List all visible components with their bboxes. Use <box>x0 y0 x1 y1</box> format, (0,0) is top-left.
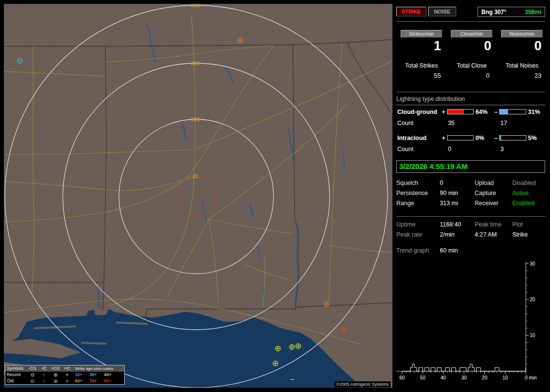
plus-sign: + <box>440 135 447 141</box>
cloud-ground-count-row: Count 35 17 <box>396 120 545 127</box>
svg-text:60: 60 <box>399 375 405 380</box>
copyright: ©2005 Astrogenic Systems <box>334 381 391 387</box>
cg-negative-pct: 31% <box>526 109 546 115</box>
noises-per-min-value: 0 <box>534 39 541 54</box>
noise-button[interactable]: NOISE <box>428 7 456 16</box>
bearing-value: Bng 307° <box>481 9 506 15</box>
legend-old-label: Old <box>5 378 27 384</box>
close-per-min-header: Close/min <box>451 30 492 38</box>
range-value: 313 mi <box>440 200 475 207</box>
strike-marker-circle-plus <box>296 344 301 349</box>
plus-sign: + <box>440 109 447 115</box>
total-labels: Total Strikes Total Close Total Noises <box>396 62 545 69</box>
divider <box>396 21 545 22</box>
legend-age-header: Strike age color codes <box>73 365 124 372</box>
stats-grid: Uptime 1168:40 Peak time Plot Peak rate … <box>396 221 545 238</box>
circle-plus-icon: ⊕ <box>50 372 61 378</box>
age-15: 15+ <box>73 372 87 378</box>
peak-time-value: 4:27 AM <box>475 231 512 238</box>
strike-marker-circle-plus <box>342 328 347 333</box>
total-strikes-label: Total Strikes <box>396 62 447 69</box>
minus-icon: − <box>38 378 50 384</box>
receiver-label: Receiver <box>475 200 512 207</box>
legend-type-pos-cg: +CG <box>50 365 61 372</box>
squelch-value: 0 <box>440 180 475 186</box>
svg-text:10: 10 <box>503 375 508 380</box>
count-label: Count <box>396 120 440 127</box>
svg-text:10: 10 <box>530 333 536 338</box>
rate-values: 1 0 0 <box>396 39 545 54</box>
status-panel: STRIKE NOISE Bng 307° 358mi Strikes/min … <box>395 0 546 392</box>
svg-text:20: 20 <box>482 375 488 380</box>
minus-sign: – <box>492 109 499 115</box>
persistence-label: Persistence <box>396 190 440 196</box>
age-30: 30+ <box>87 372 102 378</box>
svg-text:50: 50 <box>420 375 426 380</box>
uptime-value: 1168:40 <box>440 221 475 228</box>
bearing-box: Bng 307° 358mi <box>478 7 545 17</box>
settings-grid: Squelch 0 Upload Disabled Persistence 90… <box>396 180 545 207</box>
receiver-status: Enabled <box>512 200 545 207</box>
bearing-range: 358mi <box>525 9 541 15</box>
ic-positive-bar <box>447 135 474 140</box>
ic-positive-count: 0 <box>447 146 493 153</box>
map-legend: Symbols -CG -IC +CG +IC Strike age color… <box>5 365 125 385</box>
age-60: 60+ <box>73 378 87 384</box>
cg-negative-count: 17 <box>499 120 545 127</box>
ring-label-31: 31 <box>192 173 198 179</box>
divider <box>396 216 545 217</box>
svg-text:40: 40 <box>441 375 447 380</box>
ic-positive-pct: 0% <box>474 135 493 141</box>
total-close-value: 0 <box>486 72 489 79</box>
cg-positive-count: 35 <box>447 120 493 127</box>
trend-graph: 1020306050403020100 min <box>395 258 546 389</box>
trend-graph-label: Trend graph <box>396 247 440 254</box>
svg-text:30: 30 <box>461 375 467 380</box>
legend-old-row: Old ⊖ − ⊕ + 60+ 75+ 90+ <box>5 378 124 384</box>
rate-headers: Strikes/min Close/min Noises/min <box>396 30 545 38</box>
legend-header: Symbols -CG -IC +CG +IC Strike age color… <box>5 365 124 372</box>
range-label: Range <box>396 200 440 207</box>
legend-recent-label: Recent <box>5 372 27 378</box>
cloud-ground-row: Cloud-ground + 64% – 31% <box>396 108 545 115</box>
trend-line <box>402 364 526 371</box>
peak-time-label: Peak time <box>475 221 512 228</box>
plot-value: Strike <box>512 231 545 238</box>
cg-positive-bar <box>447 109 474 114</box>
minus-icon: − <box>38 372 50 378</box>
count-label: Count <box>396 146 440 153</box>
plus-icon: + <box>61 372 73 378</box>
upload-status: Disabled <box>512 180 545 186</box>
strikes-per-min-value: 1 <box>434 39 441 54</box>
plus-icon: + <box>61 378 73 384</box>
total-noises-label: Total Noises <box>497 62 547 69</box>
circle-minus-icon: ⊖ <box>27 378 38 384</box>
plot-label: Plot <box>512 221 545 228</box>
ic-negative-count: 3 <box>499 146 545 153</box>
ic-negative-pct: 5% <box>526 135 546 141</box>
minus-sign: – <box>492 135 499 141</box>
capture-label: Capture <box>475 190 512 196</box>
peak-rate-label: Peak rate <box>396 231 440 238</box>
ic-negative-bar <box>499 135 526 140</box>
total-noises-value: 23 <box>535 72 541 79</box>
strike-button[interactable]: STRIKE <box>396 7 426 16</box>
distribution-title: Lightning type distribution <box>396 96 545 105</box>
svg-text:0 min: 0 min <box>525 375 536 380</box>
legend-type-pos-ic: +IC <box>61 365 73 372</box>
divider <box>396 92 545 92</box>
intracloud-row: Intracloud + 0% – 5% <box>396 134 545 141</box>
total-close-label: Total Close <box>447 62 497 69</box>
uptime-label: Uptime <box>396 221 440 228</box>
cg-positive-pct: 64% <box>474 109 493 115</box>
strike-marker-circle-plus <box>289 345 294 350</box>
squelch-label: Squelch <box>396 180 440 186</box>
intracloud-label: Intracloud <box>396 135 440 141</box>
lightning-map: 31321912531 Symbols -CG -IC +CG +IC Stri… <box>4 4 392 388</box>
age-45: 45+ <box>102 372 116 378</box>
map-canvas: 31321912531 <box>4 4 392 388</box>
strikes-per-min-header: Strikes/min <box>401 30 442 38</box>
panel-top-row: STRIKE NOISE Bng 307° 358mi <box>396 7 545 17</box>
capture-status: Active <box>512 190 545 196</box>
ring-label-313: 313 <box>191 4 200 8</box>
